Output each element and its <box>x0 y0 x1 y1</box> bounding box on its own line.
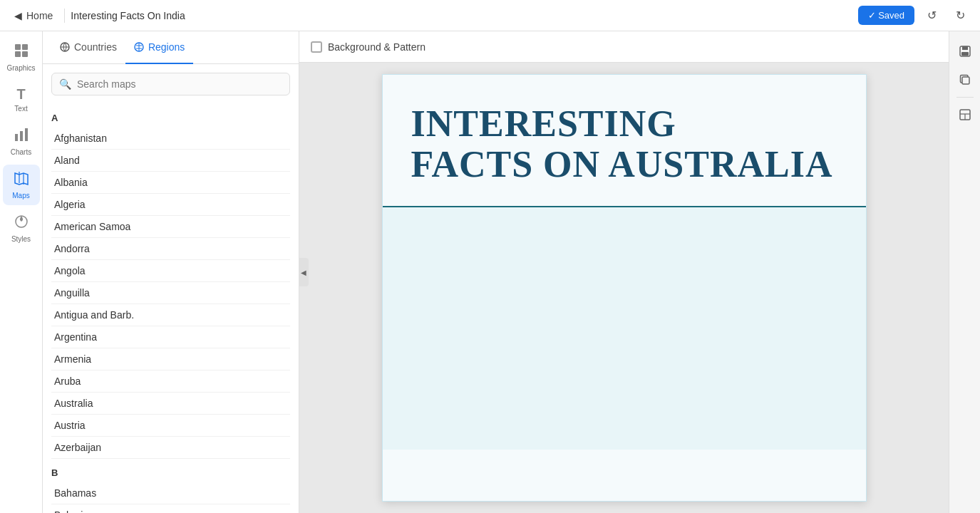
right-tool-layout[interactable] <box>954 103 976 126</box>
graphics-label: Graphics <box>7 64 36 72</box>
list-item[interactable]: Argentina <box>51 326 290 348</box>
search-icon: 🔍 <box>59 78 71 90</box>
sidebar-item-text[interactable]: T Text <box>3 81 40 118</box>
svg-rect-15 <box>961 52 969 56</box>
panel-tabs: Countries Regions <box>43 31 299 64</box>
topbar-right: ✓ Saved ↺ ↻ <box>858 4 971 27</box>
tab-countries[interactable]: Countries <box>51 31 125 64</box>
list-item[interactable]: Afghanistan <box>51 128 290 150</box>
list-item[interactable]: Azerbaijan <box>51 437 290 459</box>
undo-button[interactable]: ↺ <box>920 4 943 27</box>
list-item[interactable]: Anguilla <box>51 282 290 304</box>
list-item[interactable]: Bahrain <box>51 504 290 513</box>
charts-icon <box>14 127 29 146</box>
svg-rect-5 <box>20 131 23 141</box>
country-list: A Afghanistan Aland Albania Algeria Amer… <box>43 104 299 513</box>
list-item-austria[interactable]: Austria <box>51 415 290 437</box>
canvas-title: INTERESTING FACTS ON AUSTRALIA <box>411 103 837 185</box>
list-item[interactable]: Antigua and Barb. <box>51 304 290 326</box>
charts-label: Charts <box>11 148 31 156</box>
maps-label: Maps <box>12 192 29 200</box>
redo-button[interactable]: ↻ <box>949 4 971 27</box>
list-item[interactable]: Angola <box>51 260 290 282</box>
svg-rect-0 <box>15 44 21 50</box>
bg-pattern-checkbox[interactable] <box>311 41 322 53</box>
canvas-toolbar: Background & Pattern <box>299 31 949 63</box>
list-item[interactable]: Armenia <box>51 348 290 370</box>
svg-rect-2 <box>15 51 21 57</box>
icon-sidebar: Graphics T Text Charts <box>0 31 43 513</box>
styles-icon <box>14 214 29 233</box>
globe-icon <box>60 42 70 52</box>
list-item[interactable]: Albania <box>51 172 290 194</box>
canvas-content[interactable]: INTERESTING FACTS ON AUSTRALIA <box>299 63 949 513</box>
maps-icon <box>14 170 29 190</box>
text-icon: T <box>16 86 25 103</box>
topbar-left: ◀ Home Interesting Facts On India <box>9 7 185 24</box>
tab-regions-label: Regions <box>148 41 185 53</box>
layout-icon <box>959 108 971 121</box>
list-item[interactable]: American Samoa <box>51 216 290 238</box>
search-box: 🔍 <box>51 73 290 95</box>
tab-countries-label: Countries <box>74 41 117 53</box>
text-label: Text <box>14 105 27 113</box>
topbar-divider <box>64 9 65 23</box>
canvas-area: Background & Pattern INTERESTING FACTS O… <box>299 31 949 513</box>
saved-button[interactable]: ✓ Saved <box>858 6 914 25</box>
collapse-panel-handle[interactable]: ◀ <box>299 258 309 286</box>
doc-title: Interesting Facts On India <box>71 10 185 21</box>
list-item[interactable]: Aland <box>51 150 290 172</box>
canvas-top-section: INTERESTING FACTS ON AUSTRALIA <box>383 75 866 207</box>
canvas-title-line2: FACTS ON AUSTRALIA <box>411 144 833 185</box>
copy-icon <box>959 73 971 86</box>
sidebar-item-maps[interactable]: Maps <box>3 165 40 205</box>
list-item[interactable]: Aruba <box>51 370 290 393</box>
list-item[interactable]: Bahamas <box>51 482 290 504</box>
bg-pattern-text: Background & Pattern <box>328 41 425 53</box>
styles-label: Styles <box>11 235 31 243</box>
svg-rect-16 <box>962 77 969 84</box>
right-tool-copy[interactable] <box>954 68 976 91</box>
list-item[interactable]: Andorra <box>51 238 290 260</box>
sidebar-item-styles[interactable]: Styles <box>3 208 40 249</box>
home-label: Home <box>26 10 53 21</box>
doc-canvas[interactable]: INTERESTING FACTS ON AUSTRALIA <box>382 74 867 502</box>
right-toolbar <box>949 31 980 513</box>
back-icon: ◀ <box>14 10 22 21</box>
list-item[interactable]: Australia <box>51 393 290 415</box>
sidebar-item-graphics[interactable]: Graphics <box>3 37 40 78</box>
tab-regions[interactable]: Regions <box>125 31 193 64</box>
canvas-title-line1: INTERESTING <box>411 103 676 144</box>
svg-rect-14 <box>962 46 968 50</box>
topbar: ◀ Home Interesting Facts On India ✓ Save… <box>0 0 980 31</box>
svg-rect-4 <box>15 134 18 141</box>
graphics-icon <box>14 43 29 62</box>
section-letter-b: B <box>51 467 290 478</box>
sidebar-item-charts[interactable]: Charts <box>3 121 40 162</box>
regions-icon <box>134 42 144 52</box>
save-icon <box>959 45 971 58</box>
svg-rect-1 <box>22 44 28 50</box>
right-tool-save[interactable] <box>954 40 976 63</box>
panel: Countries Regions 🔍 A Afghanistan Aland … <box>43 31 299 513</box>
svg-rect-3 <box>22 51 28 57</box>
main-layout: Graphics T Text Charts <box>0 31 980 513</box>
right-toolbar-separator <box>956 97 974 98</box>
search-input[interactable] <box>77 78 282 90</box>
svg-rect-6 <box>25 128 28 141</box>
canvas-bottom-section <box>383 207 866 450</box>
home-button[interactable]: ◀ Home <box>9 7 58 24</box>
section-letter-a: A <box>51 113 290 123</box>
bg-pattern-label[interactable]: Background & Pattern <box>311 41 425 53</box>
list-item[interactable]: Algeria <box>51 194 290 216</box>
